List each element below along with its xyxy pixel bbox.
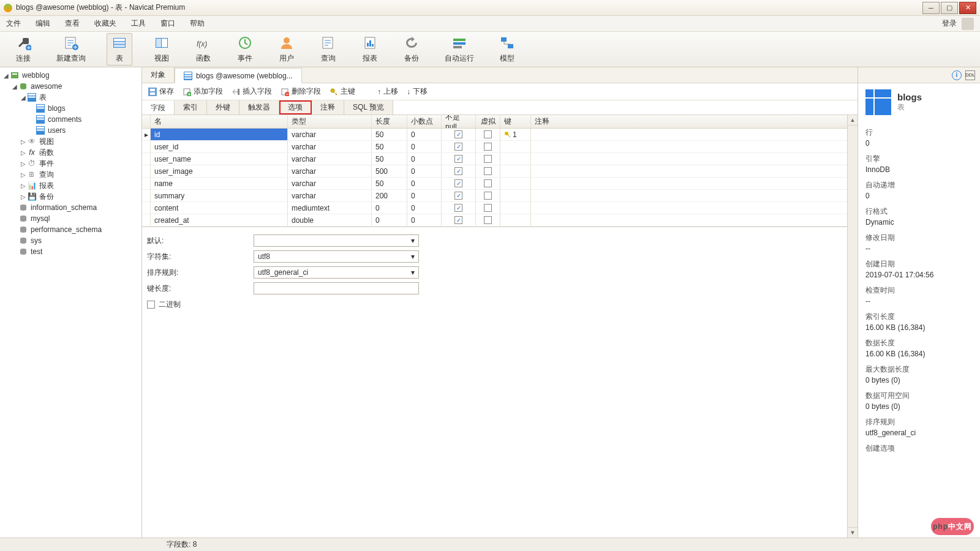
- toolbar-function-button[interactable]: f(x)函数: [191, 34, 216, 65]
- scroll-down-icon[interactable]: ▼: [848, 527, 858, 538]
- tree-db-sys[interactable]: sys: [0, 235, 141, 246]
- cell-type[interactable]: varchar: [288, 178, 372, 189]
- cell-key[interactable]: 1: [500, 129, 531, 140]
- toolbar-table-button[interactable]: 表: [107, 33, 132, 66]
- toolbar-user-button[interactable]: 用户: [274, 34, 299, 65]
- tree-backup[interactable]: ▷💾备份: [0, 191, 141, 202]
- toolbar-event-button[interactable]: 事件: [233, 34, 257, 65]
- tree-table-comments[interactable]: comments: [0, 114, 141, 125]
- insert-field-button[interactable]: 插入字段: [232, 86, 272, 97]
- cell-length[interactable]: 0: [372, 214, 407, 226]
- cell-comment[interactable]: [531, 190, 858, 201]
- cell-decimals[interactable]: 0: [407, 202, 442, 214]
- cell-decimals[interactable]: 0: [407, 153, 442, 165]
- toolbar-autorun-button[interactable]: 自动运行: [441, 34, 478, 65]
- tree-db-test[interactable]: test: [0, 246, 141, 257]
- cell-type[interactable]: double: [288, 214, 372, 226]
- toolbar-new-query-button[interactable]: 新建查询: [53, 34, 89, 65]
- menu-view[interactable]: 查看: [65, 18, 80, 29]
- tree-report[interactable]: ▷📊报表: [0, 180, 141, 191]
- vertical-scrollbar[interactable]: ▲ ▼: [847, 115, 858, 538]
- table-row[interactable]: namevarchar500✓: [142, 178, 858, 190]
- cell-comment[interactable]: [531, 129, 858, 140]
- virtual-checkbox[interactable]: [484, 167, 492, 175]
- cell-key[interactable]: [500, 190, 531, 201]
- expand-icon[interactable]: ▷: [20, 149, 27, 156]
- tree-view[interactable]: ▷👁视图: [0, 136, 141, 147]
- notnull-checkbox[interactable]: ✓: [454, 216, 462, 224]
- close-button[interactable]: ✕: [959, 2, 976, 14]
- cell-name[interactable]: created_at: [151, 214, 288, 226]
- expand-icon[interactable]: ▷: [20, 193, 27, 200]
- expand-icon[interactable]: ◢: [2, 72, 10, 79]
- cell-name[interactable]: name: [151, 178, 288, 189]
- hdr-name[interactable]: 名: [151, 115, 288, 128]
- cell-length[interactable]: 50: [372, 141, 407, 152]
- cell-decimals[interactable]: 0: [407, 190, 442, 201]
- cell-length[interactable]: 50: [372, 153, 407, 165]
- cell-name[interactable]: summary: [151, 190, 288, 201]
- expand-icon[interactable]: ▷: [20, 171, 27, 178]
- notnull-checkbox[interactable]: ✓: [454, 204, 462, 212]
- user-avatar-icon[interactable]: [962, 18, 974, 30]
- cell-name[interactable]: id: [151, 129, 288, 140]
- maximize-button[interactable]: ▢: [941, 2, 958, 14]
- tab-table-editor[interactable]: blogs @awesome (webblog...: [175, 68, 302, 83]
- toolbar-report-button[interactable]: 报表: [358, 34, 382, 65]
- toolbar-plug-button[interactable]: 连接: [11, 34, 36, 65]
- subtab-4[interactable]: 选项: [279, 100, 312, 114]
- cell-comment[interactable]: [531, 141, 858, 152]
- tree-tables-node[interactable]: ◢表: [0, 92, 141, 103]
- toolbar-view-button[interactable]: 视图: [149, 34, 174, 65]
- menu-file[interactable]: 文件: [6, 18, 21, 29]
- table-row[interactable]: contentmediumtext00✓: [142, 202, 858, 214]
- expand-icon[interactable]: ▷: [20, 160, 27, 167]
- cell-decimals[interactable]: 0: [407, 214, 442, 226]
- notnull-checkbox[interactable]: ✓: [454, 143, 462, 151]
- menu-edit[interactable]: 编辑: [36, 18, 50, 29]
- hdr-length[interactable]: 长度: [372, 115, 407, 128]
- subtab-6[interactable]: SQL 预览: [344, 100, 393, 114]
- virtual-checkbox[interactable]: [484, 143, 492, 151]
- default-select[interactable]: ▾: [254, 234, 419, 247]
- sql-icon[interactable]: DDL: [965, 70, 975, 80]
- cell-type[interactable]: varchar: [288, 190, 372, 201]
- menu-favorites[interactable]: 收藏夹: [94, 18, 116, 29]
- binary-checkbox[interactable]: [147, 301, 155, 309]
- cell-decimals[interactable]: 0: [407, 178, 442, 189]
- table-row[interactable]: user_namevarchar500✓: [142, 153, 858, 165]
- cell-name[interactable]: content: [151, 202, 288, 214]
- save-button[interactable]: 保存: [148, 86, 174, 97]
- cell-type[interactable]: varchar: [288, 129, 372, 140]
- hdr-notnull[interactable]: 不是 null: [442, 115, 476, 128]
- tree-db-performance_schema[interactable]: performance_schema: [0, 224, 141, 235]
- hdr-key[interactable]: 键: [500, 115, 531, 128]
- move-up-button[interactable]: ↑上移: [377, 86, 398, 97]
- cell-length[interactable]: 500: [372, 165, 407, 177]
- table-row[interactable]: summaryvarchar2000✓: [142, 190, 858, 202]
- cell-type[interactable]: varchar: [288, 165, 372, 177]
- fields-grid[interactable]: 名 类型 长度 小数点 不是 null 虚拟 键 注释 ▸idvarchar50…: [142, 115, 858, 227]
- tree-db-mysql[interactable]: mysql: [0, 213, 141, 224]
- table-row[interactable]: user_idvarchar500✓: [142, 141, 858, 153]
- cell-name[interactable]: user_name: [151, 153, 288, 165]
- table-row[interactable]: created_atdouble00✓: [142, 214, 858, 227]
- tab-objects[interactable]: 对象: [142, 67, 175, 83]
- toolbar-model-button[interactable]: 模型: [495, 34, 519, 65]
- cell-type[interactable]: varchar: [288, 153, 372, 165]
- cell-key[interactable]: [500, 214, 531, 226]
- cell-key[interactable]: [500, 141, 531, 152]
- cell-comment[interactable]: [531, 178, 858, 189]
- cell-length[interactable]: 50: [372, 178, 407, 189]
- toolbar-backup-button[interactable]: 备份: [399, 34, 424, 65]
- cell-key[interactable]: [500, 202, 531, 214]
- subtab-2[interactable]: 外键: [207, 100, 239, 114]
- charset-select[interactable]: utf8▾: [254, 250, 419, 263]
- hdr-virtual[interactable]: 虚拟: [476, 115, 500, 128]
- tree-db-information_schema[interactable]: information_schema: [0, 202, 141, 213]
- info-icon[interactable]: i: [952, 70, 962, 80]
- move-down-button[interactable]: ↓下移: [407, 86, 428, 97]
- cell-comment[interactable]: [531, 165, 858, 177]
- cell-length[interactable]: 200: [372, 190, 407, 201]
- expand-icon[interactable]: ◢: [11, 83, 18, 90]
